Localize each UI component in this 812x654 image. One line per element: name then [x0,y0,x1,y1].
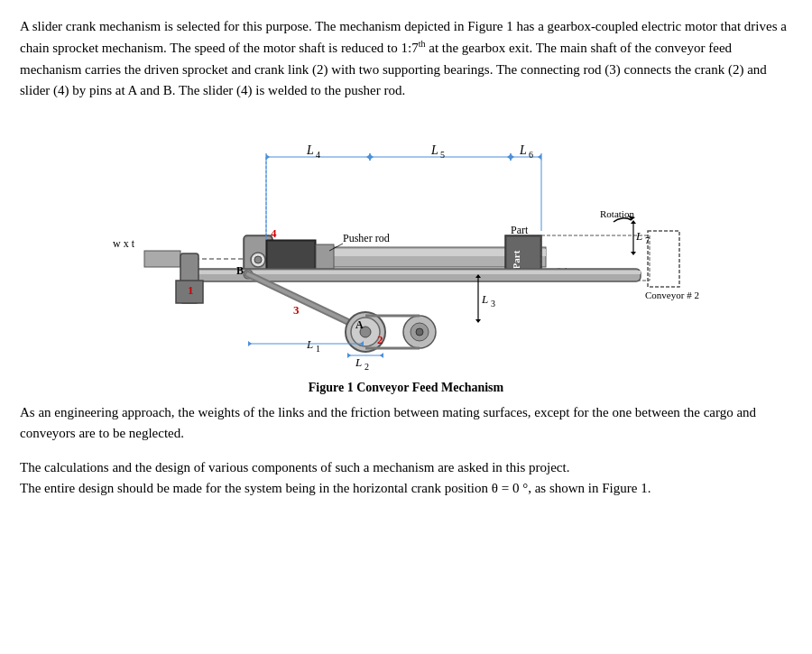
svg-text:4: 4 [271,226,277,240]
svg-text:L: L [635,229,642,243]
svg-text:7: 7 [645,235,650,245]
svg-text:w x t: w x t [113,237,135,250]
svg-rect-35 [268,242,314,272]
mechanism-svg: L 4 L 5 L 6 w x t [99,114,713,375]
svg-text:5: 5 [440,150,445,160]
svg-text:2: 2 [364,362,369,372]
figure-diagram: L 4 L 5 L 6 w x t [99,114,713,375]
svg-point-33 [254,256,262,263]
svg-rect-25 [144,251,180,267]
svg-text:3: 3 [491,299,495,309]
svg-text:Conveyor # 2: Conveyor # 2 [645,290,699,300]
svg-text:3: 3 [293,303,300,317]
svg-text:6: 6 [529,150,533,160]
svg-rect-56 [189,271,641,274]
svg-rect-36 [316,244,334,270]
svg-text:Part: Part [511,224,529,236]
svg-text:Pusher rod: Pusher rod [343,232,390,244]
paragraph-2: As an engineering approach, the weights … [20,402,792,445]
figure-container: L 4 L 5 L 6 w x t [20,114,792,395]
figure-caption: Figure 1 Conveyor Feed Mechanism [309,381,503,395]
paragraph-2-text: As an engineering approach, the weights … [20,402,792,445]
svg-text:L: L [481,292,488,306]
svg-point-73 [416,328,423,336]
svg-text:L: L [355,355,362,369]
paragraph-3-line1: The calculations and the design of vario… [20,457,792,478]
svg-text:Rotation: Rotation [600,208,634,219]
paragraph-3-line2: The entire design should be made for the… [20,478,792,499]
svg-text:L: L [430,143,438,157]
svg-text:1: 1 [188,283,194,297]
svg-text:L: L [519,143,527,157]
paragraph-1: A slider crank mechanism is selected for… [20,16,792,101]
svg-text:L: L [306,143,314,157]
paragraph-3: The calculations and the design of vario… [20,457,792,500]
svg-text:1: 1 [316,344,320,354]
svg-text:A: A [355,318,364,331]
svg-text:4: 4 [316,150,320,160]
svg-text:B: B [236,264,244,277]
svg-text:2: 2 [377,333,383,346]
